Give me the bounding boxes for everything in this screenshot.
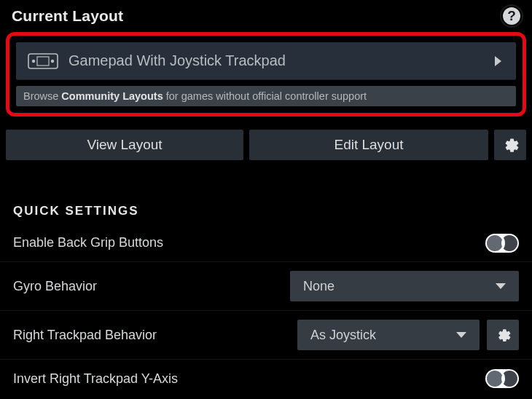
gear-icon [501,136,519,154]
chevron-right-icon [495,56,501,66]
chevron-down-icon [496,283,506,289]
page-title: Current Layout [12,7,123,25]
community-prefix: Browse [23,90,58,102]
setting-back-grip: Enable Back Grip Buttons [0,224,532,262]
current-layout-row[interactable]: Gamepad With Joystick Trackpad [16,42,516,80]
current-layout-highlight: Gamepad With Joystick Trackpad Browse Co… [6,32,526,116]
right-trackpad-select[interactable]: As Joystick [297,320,480,350]
right-trackpad-settings-button[interactable] [487,320,519,350]
help-button[interactable]: ? [501,6,522,26]
invert-rt-toggle[interactable] [485,369,519,388]
gyro-behavior-value: None [303,279,335,294]
setting-label: Right Trackpad Behavior [13,328,290,343]
setting-label: Enable Back Grip Buttons [13,235,478,250]
quick-settings-heading: QUICK SETTINGS [0,160,532,224]
community-bold: Community Layouts [61,90,163,102]
svg-rect-3 [37,57,49,66]
setting-label: Invert Right Trackpad Y-Axis [13,371,478,387]
community-layouts-row[interactable]: Browse Community Layouts for games witho… [16,86,516,106]
setting-gyro: Gyro Behavior None [0,262,532,311]
steamdeck-icon [28,53,58,69]
svg-point-2 [51,59,54,62]
edit-layout-button[interactable]: Edit Layout [249,130,488,160]
gear-icon [495,327,511,343]
current-layout-name: Gamepad With Joystick Trackpad [69,52,485,69]
layout-settings-button[interactable] [494,130,526,160]
community-suffix: for games without official controller su… [166,90,367,102]
view-layout-button[interactable]: View Layout [6,130,243,160]
chevron-down-icon [456,332,466,338]
setting-right-trackpad: Right Trackpad Behavior As Joystick [0,311,532,360]
right-trackpad-value: As Joystick [310,328,376,343]
setting-invert-rt: Invert Right Trackpad Y-Axis [0,360,532,398]
back-grip-toggle[interactable] [485,234,519,253]
setting-label: Gyro Behavior [13,279,283,294]
svg-point-1 [32,59,35,62]
gyro-behavior-select[interactable]: None [290,271,519,301]
